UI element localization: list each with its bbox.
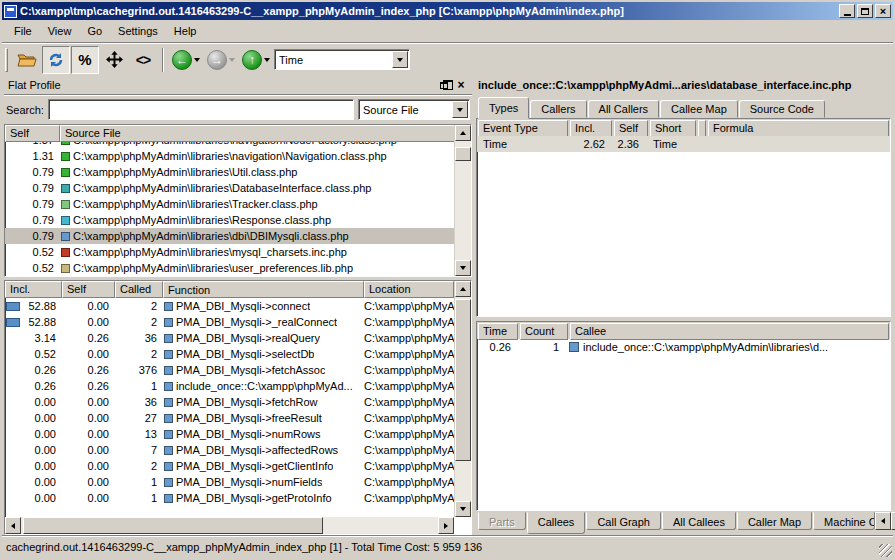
group-by-dropdown-button[interactable]: [452, 101, 468, 118]
source-list-vscrollbar[interactable]: [454, 125, 471, 276]
dock-float-button[interactable]: [437, 79, 451, 92]
function-row[interactable]: 0.00 0.00 27 PMA_DBI_Mysqli->freeResult …: [5, 410, 454, 426]
minimize-button[interactable]: [839, 4, 855, 18]
up-button[interactable]: ↑: [239, 50, 273, 70]
function-row[interactable]: 0.00 0.00 36 PMA_DBI_Mysqli->fetchRow C:…: [5, 394, 454, 410]
column-header-location[interactable]: Location: [364, 281, 454, 298]
tab-scroll-right-button[interactable]: [891, 512, 895, 530]
column-header-short[interactable]: Short: [650, 120, 696, 137]
column-header-formula[interactable]: Formula: [708, 120, 889, 137]
function-row[interactable]: 52.88 0.00 2 PMA_DBI_Mysqli->_realConnec…: [5, 314, 454, 330]
detail-bottom-tab[interactable]: Caller Map: [737, 512, 812, 530]
tab-scroll-left-button[interactable]: [875, 512, 891, 530]
detail-tab[interactable]: Source Code: [739, 100, 825, 118]
source-file-row[interactable]: 0.52 C:\xampp\phpMyAdmin\libraries\mysql…: [5, 244, 454, 260]
scroll-up-button[interactable]: [455, 125, 471, 141]
scroll-right-button[interactable]: [438, 517, 454, 534]
source-file-row[interactable]: 1.31 C:\xampp\phpMyAdmin\libraries\navig…: [5, 148, 454, 164]
column-header-time[interactable]: Time: [478, 323, 518, 340]
function-icon: [164, 334, 173, 343]
back-button[interactable]: ←: [169, 50, 203, 70]
callee-row[interactable]: 0.26 1 include_once::C:\xampp\phpMyAdmin…: [477, 339, 890, 355]
column-header-count[interactable]: Count: [520, 323, 568, 340]
menu-item[interactable]: View: [40, 23, 80, 39]
function-row[interactable]: 0.26 0.26 1 include_once::C:\xampp\phpMy…: [5, 378, 454, 394]
detail-tab[interactable]: All Callers: [588, 100, 660, 118]
dock-title-bar[interactable]: Flat Profile ×: [4, 76, 472, 95]
detail-bottom-tab[interactable]: Callees: [527, 512, 586, 534]
chevron-down-icon: [397, 58, 403, 62]
scroll-left-button[interactable]: [5, 517, 21, 534]
relative-cost-button[interactable]: <>: [129, 46, 157, 74]
event-type-row[interactable]: Time 2.62 2.36 Time: [477, 136, 890, 152]
scroll-down-button[interactable]: [455, 501, 471, 517]
scroll-thumb[interactable]: [455, 147, 471, 161]
source-file-row[interactable]: 0.79 C:\xampp\phpMyAdmin\libraries\Respo…: [5, 212, 454, 228]
column-header-incl[interactable]: Incl.: [5, 281, 62, 298]
event-type-select[interactable]: Time: [274, 49, 410, 70]
self-cost-value: 0.79: [5, 164, 60, 180]
source-file-row[interactable]: 0.79 C:\xampp\phpMyAdmin\libraries\dbi\D…: [5, 228, 454, 244]
column-header-event-type[interactable]: Event Type: [478, 120, 568, 137]
up-dropdown-icon[interactable]: [264, 58, 270, 62]
detail-bottom-tab[interactable]: Machine C: [813, 512, 875, 530]
column-header-incl[interactable]: Incl.: [570, 120, 612, 137]
resize-grip-icon[interactable]: [879, 544, 892, 557]
column-header-callee[interactable]: Callee: [570, 323, 889, 340]
function-row[interactable]: 0.00 0.00 7 PMA_DBI_Mysqli->affectedRows…: [5, 442, 454, 458]
scroll-track[interactable]: [455, 297, 471, 501]
detail-bottom-tab[interactable]: All Callees: [662, 512, 736, 530]
search-input[interactable]: [48, 99, 354, 120]
source-file-row[interactable]: 0.79 C:\xampp\phpMyAdmin\libraries\Track…: [5, 196, 454, 212]
dock-close-button[interactable]: ×: [454, 79, 468, 92]
function-row[interactable]: 0.52 0.00 2 PMA_DBI_Mysqli->selectDb C:\…: [5, 346, 454, 362]
menu-item[interactable]: Settings: [110, 23, 166, 39]
menu-item[interactable]: Go: [79, 23, 110, 39]
event-type-dropdown-button[interactable]: [392, 51, 408, 68]
function-row[interactable]: 0.00 0.00 13 PMA_DBI_Mysqli->numRows C:\…: [5, 426, 454, 442]
detail-bottom-tab[interactable]: Parts: [478, 512, 526, 530]
toolbar-handle[interactable]: [5, 48, 8, 72]
scroll-track[interactable]: [21, 517, 438, 534]
scroll-up-button[interactable]: [455, 281, 471, 297]
function-list-hscrollbar[interactable]: [5, 517, 454, 534]
scroll-track[interactable]: [455, 141, 471, 260]
maximize-button[interactable]: [857, 4, 873, 18]
function-row[interactable]: 0.00 0.00 2 PMA_DBI_Mysqli->getClientInf…: [5, 458, 454, 474]
refresh-button[interactable]: [42, 46, 70, 74]
group-by-select[interactable]: Source File: [358, 99, 470, 120]
forward-button[interactable]: →: [204, 50, 238, 70]
column-header-self[interactable]: Self: [62, 281, 115, 298]
column-header-self[interactable]: Self: [5, 125, 60, 142]
scroll-down-button[interactable]: [455, 260, 471, 276]
percent-toggle-button[interactable]: %: [71, 46, 99, 74]
function-row[interactable]: 3.14 0.26 36 PMA_DBI_Mysqli->realQuery C…: [5, 330, 454, 346]
function-row[interactable]: 52.88 0.00 2 PMA_DBI_Mysqli->connect C:\…: [5, 298, 454, 314]
scroll-thumb[interactable]: [455, 299, 471, 461]
source-file-row[interactable]: 0.79 C:\xampp\phpMyAdmin\libraries\Util.…: [5, 164, 454, 180]
source-file-row[interactable]: 0.79 C:\xampp\phpMyAdmin\libraries\Datab…: [5, 180, 454, 196]
detail-tab[interactable]: Types: [478, 97, 529, 119]
detail-tab[interactable]: Callers: [530, 100, 586, 118]
menu-item[interactable]: Help: [166, 23, 205, 39]
detail-tab[interactable]: Callee Map: [660, 100, 738, 118]
detail-bottom-tab[interactable]: Call Graph: [586, 512, 661, 530]
title-bar[interactable]: C:\xampp\tmp\cachegrind.out.1416463299-C…: [2, 2, 893, 20]
open-file-button[interactable]: [13, 46, 41, 74]
source-list-header: Self Source File: [5, 125, 471, 142]
column-header-function[interactable]: Function: [163, 281, 364, 298]
column-header-called[interactable]: Called: [115, 281, 163, 298]
menu-item[interactable]: File: [6, 23, 40, 39]
column-header-source-file[interactable]: Source File: [60, 125, 471, 142]
function-row[interactable]: 0.26 0.26 376 PMA_DBI_Mysqli->fetchAssoc…: [5, 362, 454, 378]
scroll-thumb[interactable]: [23, 517, 323, 534]
function-row[interactable]: 0.00 0.00 1 PMA_DBI_Mysqli->numFields C:…: [5, 474, 454, 490]
source-file-row[interactable]: 0.52 C:\xampp\phpMyAdmin\libraries\user_…: [5, 260, 454, 276]
incl-cost-value: 0.00: [35, 410, 56, 426]
close-button[interactable]: ×: [875, 4, 891, 18]
back-dropdown-icon[interactable]: [194, 58, 200, 62]
function-row[interactable]: 0.00 0.00 1 PMA_DBI_Mysqli->getProtoInfo…: [5, 490, 454, 506]
column-header-self[interactable]: Self: [614, 120, 648, 137]
function-list-vscrollbar[interactable]: [454, 281, 471, 517]
pan-button[interactable]: [100, 46, 128, 74]
